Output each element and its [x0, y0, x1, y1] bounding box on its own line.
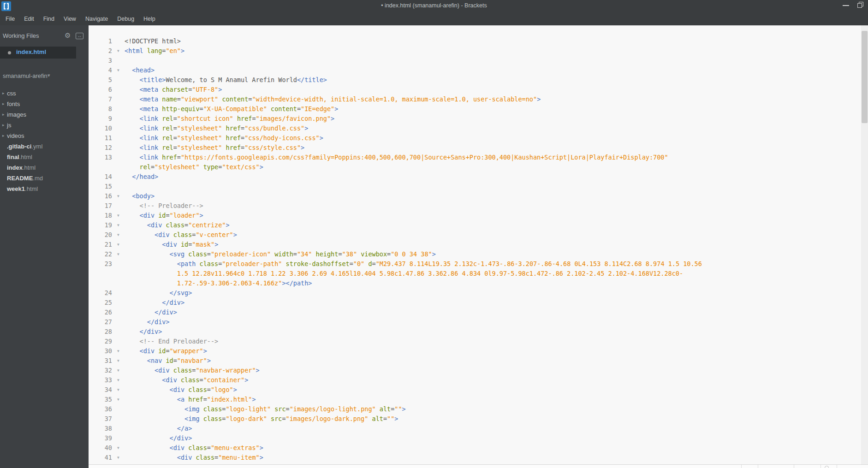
- menu-help[interactable]: Help: [139, 13, 160, 25]
- code-line[interactable]: 1<!DOCTYPE html>: [89, 36, 868, 46]
- brackets-window: • index.html (smanamul-arefin) - Bracket…: [0, 0, 868, 468]
- menu-debug[interactable]: Debug: [113, 13, 139, 25]
- fold-arrow-icon[interactable]: ▼: [112, 46, 125, 56]
- line-number: 14: [89, 172, 112, 182]
- folder-arrow-icon[interactable]: ▸: [2, 120, 5, 130]
- gutter: 19▼: [89, 220, 125, 230]
- tree-folder-fonts[interactable]: ▸fonts: [0, 99, 89, 109]
- code-line[interactable]: 9 <link rel="shortcut icon" href="images…: [89, 114, 868, 124]
- code-line[interactable]: 11 <link rel="stylesheet" href="css/hody…: [89, 133, 868, 143]
- code-line[interactable]: 24 </svg>: [89, 288, 868, 298]
- menu-view[interactable]: View: [59, 13, 81, 25]
- folder-arrow-icon[interactable]: ▸: [2, 130, 5, 141]
- code-line[interactable]: 20▼ <div class="v-center">: [89, 230, 868, 240]
- tree-file-final[interactable]: final.html: [0, 152, 89, 162]
- code-line[interactable]: 19▼ <div class="centrize">: [89, 220, 868, 230]
- code-line[interactable]: 37 <img class="logo-dark" src="images/lo…: [89, 414, 868, 424]
- folder-arrow-icon[interactable]: ▸: [2, 109, 5, 120]
- code-line[interactable]: 30▼ <div id="wrapper">: [89, 346, 868, 356]
- fold-arrow-icon[interactable]: ▼: [112, 385, 125, 395]
- code-line[interactable]: 14 </head>: [89, 172, 868, 182]
- fold-arrow-icon[interactable]: ▼: [112, 65, 125, 75]
- code-line[interactable]: 40▼ <div class="menu-extras">: [89, 443, 868, 453]
- fold-arrow-icon[interactable]: ▼: [112, 191, 125, 201]
- tree-folder-css[interactable]: ▸css: [0, 88, 89, 99]
- code-line[interactable]: 33▼ <div class="container">: [89, 375, 868, 385]
- code-line[interactable]: 38 </a>: [89, 424, 868, 433]
- code-line[interactable]: 22▼ <svg class="preloader-icon" width="3…: [89, 249, 868, 259]
- code-line[interactable]: 26 </div>: [89, 308, 868, 317]
- tree-folder-js[interactable]: ▸js: [0, 120, 89, 130]
- code-text: <svg class="preloader-icon" width="34" h…: [125, 249, 868, 259]
- code-line[interactable]: 13 <link href="https://fonts.googleapis.…: [89, 153, 868, 162]
- fold-arrow-icon[interactable]: ▼: [112, 366, 125, 375]
- code-text: <link rel="shortcut icon" href="images/f…: [125, 114, 868, 124]
- split-view-icon[interactable]: ↔: [76, 33, 83, 39]
- folder-arrow-icon[interactable]: ▸: [2, 88, 5, 99]
- menu-file[interactable]: File: [1, 13, 19, 25]
- code-line[interactable]: 41▼ <div class="menu-item">: [89, 453, 868, 462]
- code-line[interactable]: 27 </div>: [89, 317, 868, 327]
- folder-arrow-icon[interactable]: ▸: [2, 99, 5, 109]
- code-line[interactable]: 6 <meta charset="UTF-8">: [89, 85, 868, 95]
- code-line[interactable]: 12 <link rel="stylesheet" href="css/styl…: [89, 143, 868, 153]
- code-line[interactable]: 8 <meta http-equiv="X-UA-Compatible" con…: [89, 104, 868, 114]
- fold-arrow-icon[interactable]: ▼: [112, 220, 125, 230]
- fold-arrow-icon[interactable]: ▼: [112, 356, 125, 366]
- code-line[interactable]: 32▼ <div class="navbar-wrapper">: [89, 366, 868, 375]
- tree-file-week1[interactable]: week1.html: [0, 184, 89, 194]
- code-line[interactable]: 1.72-.59-3.306-2.063-4.166z"></path>: [89, 278, 868, 288]
- tree-file-readme[interactable]: README.md: [0, 173, 89, 184]
- gear-icon[interactable]: ⚙: [65, 31, 71, 40]
- tree-folder-images[interactable]: ▸images: [0, 109, 89, 120]
- code-editor[interactable]: 1<!DOCTYPE html>2▼<html lang="en">34▼ <h…: [89, 25, 868, 464]
- chevron-down-icon: ▾: [48, 72, 50, 78]
- code-line[interactable]: 36 <img class="logo-light" src="images/l…: [89, 404, 868, 414]
- fold-arrow-icon[interactable]: ▼: [112, 230, 125, 240]
- code-line[interactable]: 21▼ <div id="mask">: [89, 240, 868, 249]
- tree-folder-videos[interactable]: ▸videos: [0, 130, 89, 141]
- menu-find[interactable]: Find: [39, 13, 59, 25]
- code-line[interactable]: 34▼ <div class="logo">: [89, 385, 868, 395]
- code-line[interactable]: 5 <title>Welcome, to S M Anamul Arefin W…: [89, 75, 868, 85]
- code-line[interactable]: 31▼ <nav id="navbar">: [89, 356, 868, 366]
- code-line[interactable]: 28 </div>: [89, 327, 868, 337]
- code-line[interactable]: 3: [89, 56, 868, 65]
- scrollbar-thumb[interactable]: [862, 31, 868, 123]
- fold-arrow-icon[interactable]: ▼: [112, 240, 125, 249]
- code-line[interactable]: 35▼ <a href="index.html">: [89, 395, 868, 404]
- code-line[interactable]: 4▼ <head>: [89, 65, 868, 75]
- code-line[interactable]: 29 <!-- End Preloader-->: [89, 337, 868, 346]
- fold-arrow-icon[interactable]: ▼: [112, 346, 125, 356]
- tree-file-index[interactable]: index.html: [0, 162, 89, 173]
- code-text: <html lang="en">: [125, 46, 868, 56]
- code-line[interactable]: 25 </div>: [89, 298, 868, 308]
- code-line[interactable]: 18▼ <div id="loader">: [89, 211, 868, 220]
- file-name: week1.html: [7, 184, 38, 194]
- code-line[interactable]: 16▼ <body>: [89, 191, 868, 201]
- vertical-scrollbar[interactable]: [861, 25, 868, 464]
- minimize-button[interactable]: [839, 0, 852, 11]
- fold-arrow-icon[interactable]: ▼: [112, 211, 125, 220]
- menu-navigate[interactable]: Navigate: [81, 13, 113, 25]
- tree-file-gitlab-ci[interactable]: .gitlab-ci.yml: [0, 141, 89, 152]
- code-line[interactable]: 1.5 12.28v11.964c0 1.718 1.22 3.306 2.69…: [89, 269, 868, 278]
- fold-arrow-icon[interactable]: ▼: [112, 395, 125, 404]
- code-line[interactable]: 23 <path class="preloader-path" stroke-d…: [89, 259, 868, 269]
- menu-edit[interactable]: Edit: [19, 13, 39, 25]
- code-line[interactable]: 2▼<html lang="en">: [89, 46, 868, 56]
- code-line[interactable]: 17 <!-- Preloader-->: [89, 201, 868, 211]
- restore-button[interactable]: [854, 0, 867, 11]
- fold-spacer: [112, 75, 125, 85]
- fold-arrow-icon[interactable]: ▼: [112, 249, 125, 259]
- fold-arrow-icon[interactable]: ▼: [112, 375, 125, 385]
- working-file-index-html[interactable]: index.html: [0, 47, 76, 59]
- fold-arrow-icon[interactable]: ▼: [112, 453, 125, 462]
- fold-arrow-icon[interactable]: ▼: [112, 443, 125, 453]
- code-line[interactable]: 10 <link rel="stylesheet" href="css/bund…: [89, 124, 868, 133]
- project-dropdown[interactable]: smanamul-arefin ▾: [0, 71, 89, 82]
- code-line[interactable]: rel="stylesheet" type="text/css">: [89, 162, 868, 172]
- code-line[interactable]: 39 </div>: [89, 433, 868, 443]
- code-line[interactable]: 7 <meta name="viewport" content="width=d…: [89, 95, 868, 104]
- code-line[interactable]: 15: [89, 182, 868, 191]
